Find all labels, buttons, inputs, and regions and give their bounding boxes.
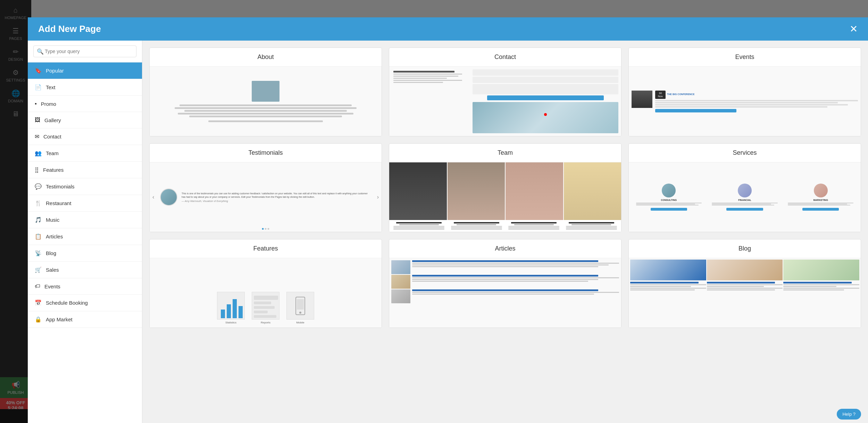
page-card-about[interactable]: About	[149, 48, 382, 136]
text-line	[707, 288, 783, 289]
filter-item-gallery[interactable]: 🖼 Gallery	[28, 112, 142, 128]
filter-item-schedule-booking[interactable]: 📅 Schedule Booking	[28, 295, 142, 311]
blog-image-3	[783, 260, 859, 280]
team-photo-3	[506, 162, 563, 220]
service-item-consulting: CONSULTING	[632, 184, 706, 211]
service-circle-marketing	[814, 184, 828, 197]
features-label-statistics: Statistics	[225, 321, 236, 324]
filter-item-music[interactable]: 🎵 Music	[28, 212, 142, 228]
svg-rect-3	[239, 306, 243, 318]
filter-item-features[interactable]: ⣿ Features	[28, 162, 142, 178]
testimonial-author: — Amy Warmouth, Visualizer of Everything	[182, 200, 371, 202]
card-title-blog: Blog	[629, 239, 861, 258]
learn-more-button	[726, 208, 763, 211]
service-label-financial: FINANCIAL	[738, 199, 751, 201]
event-date-box: 30 Nov	[655, 91, 666, 99]
event-detail	[655, 102, 838, 103]
text-line	[189, 116, 342, 117]
text-line	[412, 264, 609, 265]
filter-label-promo: Promo	[41, 101, 56, 107]
service-label-marketing: MARKETING	[813, 199, 828, 201]
text-line	[630, 288, 706, 289]
contact-form-mini	[473, 69, 618, 101]
testimonial-next-button[interactable]: ›	[377, 194, 379, 200]
filter-item-sales[interactable]: 🛒 Sales	[28, 262, 142, 278]
filter-item-app-market[interactable]: 🔒 App Market	[28, 311, 142, 328]
article-info-2	[412, 275, 619, 282]
article-title	[412, 275, 598, 277]
text-line	[788, 205, 850, 205]
modal-close-button[interactable]: ✕	[850, 24, 858, 34]
filter-label-contact: Contact	[43, 134, 61, 139]
filter-item-promo[interactable]: ▪ Promo	[28, 96, 142, 112]
filter-item-events[interactable]: 🏷 Events	[28, 278, 142, 295]
features-label-reports: Reports	[261, 321, 270, 324]
map-preview	[473, 102, 618, 134]
read-more-button	[655, 109, 736, 112]
card-preview-features: Statistics	[150, 258, 382, 328]
page-card-articles[interactable]: Articles	[389, 239, 621, 328]
desc-line	[393, 229, 444, 230]
service-text	[712, 203, 778, 205]
article-thumb-3	[391, 289, 410, 303]
event-detail	[655, 106, 827, 108]
text-line	[707, 289, 775, 290]
dot-1	[262, 228, 264, 230]
filter-item-testimonials[interactable]: 💬 Testimonials	[28, 178, 142, 195]
filter-item-contact[interactable]: ✉ Contact	[28, 128, 142, 145]
filter-item-blog[interactable]: 📡 Blog	[28, 245, 142, 262]
desc-line	[508, 227, 559, 228]
event-title: THE BIG CONFERENCE	[667, 93, 858, 95]
testimonial-dots	[262, 228, 269, 230]
page-card-contact[interactable]: Contact	[389, 48, 621, 136]
dot-3	[268, 228, 269, 230]
filter-item-text[interactable]: 📄 Text	[28, 79, 142, 96]
team-info-col-1	[391, 222, 448, 230]
text-line	[412, 294, 594, 295]
team-title	[399, 224, 439, 225]
filter-label-team: Team	[46, 150, 59, 156]
text-line	[788, 204, 847, 204]
page-card-services[interactable]: Services CONSULTING	[628, 143, 861, 232]
testimonial-text-block: This is one of the testimonials you can …	[182, 192, 371, 203]
desc-line	[393, 228, 444, 229]
article-title	[412, 289, 598, 291]
submit-button	[487, 95, 604, 100]
popular-icon: 🔖	[35, 67, 42, 74]
page-card-testimonials[interactable]: Testimonials ‹ This is one of the testim…	[149, 143, 382, 232]
card-preview-events: 30 Nov THE BIG CONFERENCE	[629, 67, 861, 136]
page-card-team[interactable]: Team	[389, 143, 621, 232]
page-card-features[interactable]: Features	[149, 239, 382, 328]
music-icon: 🎵	[35, 217, 42, 223]
testimonial-prev-button[interactable]: ‹	[152, 194, 154, 200]
service-item-marketing: MARKETING	[784, 184, 857, 211]
text-line	[393, 74, 462, 75]
card-preview-contact	[389, 67, 621, 136]
features-label-mobile: Mobile	[296, 321, 304, 324]
page-card-blog[interactable]: Blog	[628, 239, 861, 328]
text-line	[783, 288, 859, 289]
text-line	[412, 277, 619, 278]
card-preview-testimonials: ‹ This is one of the testimonials you ca…	[150, 162, 382, 232]
help-button[interactable]: Help ?	[837, 409, 861, 420]
filter-item-popular[interactable]: 🔖 Popular	[28, 62, 142, 79]
search-input[interactable]	[33, 45, 136, 57]
filter-item-restaurant[interactable]: 🍴 Restaurant	[28, 195, 142, 212]
event-detail	[655, 104, 848, 105]
filter-item-articles[interactable]: 📋 Articles	[28, 228, 142, 245]
desc-line	[451, 227, 502, 228]
mobile-preview	[286, 292, 314, 320]
features-icon: ⣿	[35, 167, 39, 173]
filter-label-gallery: Gallery	[44, 117, 61, 123]
team-title	[457, 224, 496, 225]
filter-label-schedule-booking: Schedule Booking	[46, 300, 88, 306]
team-info-col-3	[506, 222, 562, 230]
event-image	[632, 91, 652, 108]
service-label-consulting: CONSULTING	[661, 199, 677, 201]
desc-line	[451, 228, 502, 229]
filter-item-team[interactable]: 👥 Team	[28, 145, 142, 162]
text-line	[393, 78, 447, 79]
page-card-events[interactable]: Events 30	[628, 48, 861, 136]
testimonial-content: This is one of the testimonials you can …	[160, 188, 371, 206]
text-line	[184, 110, 347, 112]
